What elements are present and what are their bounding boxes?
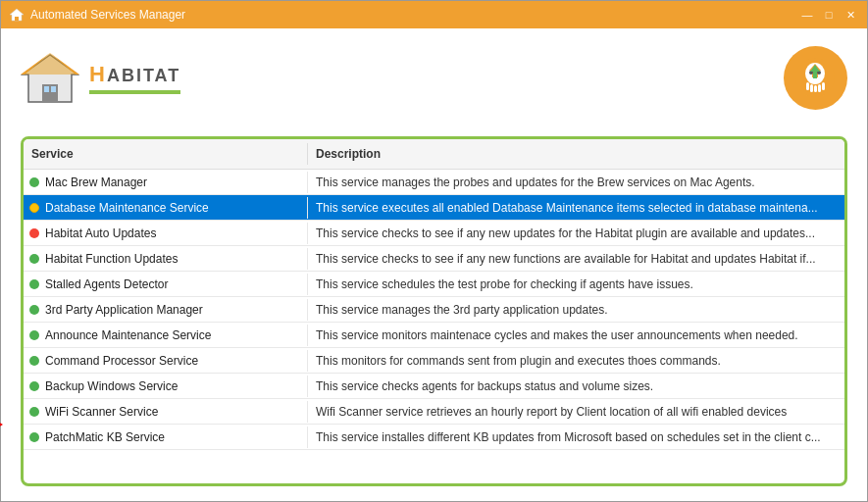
table-row[interactable]: Mac Brew Manager This service manages th… [24,170,844,195]
row-description-cell: This service executes all enabled Databa… [308,197,844,219]
table-row[interactable]: Backup Windows Service This service chec… [24,374,844,399]
status-dot [29,203,39,213]
svg-rect-17 [822,82,825,90]
table-row[interactable]: PatchMatic KB Service This service insta… [24,425,844,450]
row-service-cell: Stalled Agents Detector [24,274,308,295]
service-name: Database Maintenance Service [45,201,209,215]
status-dot [29,177,39,187]
habitat-rest: ABITAT [107,66,180,86]
service-name: Habitat Function Updates [45,252,178,266]
main-content: Service Description Mac Brew Manager Thi… [1,126,867,501]
table-row[interactable]: Announce Maintenance Service This servic… [24,323,844,348]
row-description-cell: This service installes different KB upda… [308,427,844,448]
svg-rect-16 [818,84,821,92]
row-description-cell: This service schedules the test probe fo… [308,274,844,295]
svg-rect-15 [814,85,817,92]
close-button[interactable]: ✕ [842,7,859,23]
minimize-button[interactable]: — [798,7,816,23]
status-dot [29,407,39,417]
svg-rect-5 [51,86,56,92]
service-name: Backup Windows Service [45,379,178,393]
logo-area: H ABITAT [21,51,180,105]
svg-rect-4 [44,86,49,92]
habitat-h: H [89,62,107,87]
habitat-house-icon [21,51,79,105]
row-service-cell: Announce Maintenance Service [24,325,308,346]
status-dot [29,330,39,340]
main-window: Automated Services Manager — □ ✕ H [0,0,868,502]
title-bar: Automated Services Manager — □ ✕ [1,1,867,28]
status-dot [29,356,39,366]
col-header-description: Description [308,143,844,165]
status-dot [29,432,39,442]
row-service-cell: Habitat Function Updates [24,248,308,270]
status-dot [29,228,39,238]
service-name: PatchMatic KB Service [45,430,165,444]
squid-logo [784,46,847,110]
col-header-service: Service [24,143,308,165]
table-row[interactable]: Database Maintenance Service This servic… [24,195,844,221]
table-row[interactable]: Habitat Function Updates This service ch… [24,246,844,272]
row-description-cell: This service checks to see if any new fu… [308,248,844,270]
svg-rect-14 [810,84,813,92]
service-name: Announce Maintenance Service [45,328,211,342]
service-name: 3rd Party Application Manager [45,303,203,317]
arrow-head [0,419,3,430]
service-table-container: Service Description Mac Brew Manager Thi… [21,136,847,486]
row-service-cell: Database Maintenance Service [24,197,308,219]
window-controls: — □ ✕ [798,7,859,23]
row-description-cell: This monitors for commands sent from plu… [308,350,844,372]
row-description-cell: This service monitors maintenace cycles … [308,325,844,346]
window-title: Automated Services Manager [30,8,185,22]
service-name: Mac Brew Manager [45,176,147,189]
table-row[interactable]: Habitat Auto Updates This service checks… [24,221,844,246]
row-service-cell: 3rd Party Application Manager [24,299,308,321]
svg-rect-13 [806,82,809,90]
row-description-cell: This service checks to see if any new up… [308,223,844,244]
service-name: Habitat Auto Updates [45,226,156,240]
arrow-indicator [0,419,3,430]
table-row[interactable]: WiFi Scanner Service Wifi Scanner servic… [24,399,844,425]
status-dot [29,254,39,264]
table-header: Service Description [24,139,844,170]
row-service-cell: Mac Brew Manager [24,172,308,193]
service-name: Stalled Agents Detector [45,277,168,291]
row-service-cell: PatchMatic KB Service [24,427,308,448]
row-service-cell: Command Processor Service [24,350,308,372]
row-description-cell: This service manages the 3rd party appli… [308,299,844,321]
row-description-cell: This service manages the probes and upda… [308,172,844,193]
row-service-cell: WiFi Scanner Service [24,401,308,423]
title-bar-left: Automated Services Manager [9,7,185,23]
row-service-cell: Habitat Auto Updates [24,223,308,244]
table-row[interactable]: Command Processor Service This monitors … [24,348,844,374]
status-dot [29,279,39,289]
app-header: H ABITAT [1,28,867,126]
status-dot [29,381,39,391]
svg-marker-8 [23,53,77,75]
table-row[interactable]: Stalled Agents Detector This service sch… [24,272,844,297]
row-description-cell: Wifi Scanner service retrieves an hourly… [308,401,844,423]
svg-rect-1 [15,17,19,21]
status-dot [29,305,39,315]
habitat-brand: H ABITAT [89,62,180,94]
service-name: Command Processor Service [45,354,198,368]
app-icon [9,7,25,23]
maximize-button[interactable]: □ [820,7,838,23]
table-body[interactable]: Mac Brew Manager This service manages th… [24,170,844,483]
table-row[interactable]: 3rd Party Application Manager This servi… [24,297,844,323]
row-service-cell: Backup Windows Service [24,376,308,397]
squid-icon [793,56,838,100]
row-description-cell: This service checks agents for backups s… [308,376,844,397]
service-name: WiFi Scanner Service [45,405,158,419]
